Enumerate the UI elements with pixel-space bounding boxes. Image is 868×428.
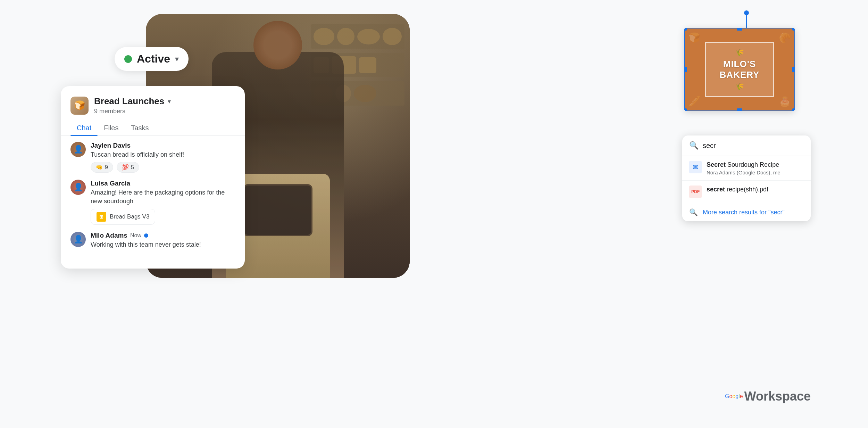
reaction-fist[interactable]: 🤜 9: [91, 162, 113, 173]
reaction-hundred[interactable]: 💯 5: [117, 162, 139, 173]
chat-dropdown-icon[interactable]: ▾: [168, 98, 171, 105]
more-results-label: More search results for "secr": [703, 209, 785, 216]
tab-chat[interactable]: Chat: [70, 121, 98, 135]
workspace-label: Workspace: [744, 389, 811, 404]
search-input[interactable]: secr: [703, 142, 804, 150]
bakery-logo-image: 🍞 🥐 🥖 🎂 🌾 MILO'S BAKERY 🌾: [684, 28, 795, 111]
bakery-logo-inner: 🌾 MILO'S BAKERY 🌾: [705, 42, 774, 97]
search-input-row: 🔍 secr: [682, 135, 811, 156]
message-content-luisa: Luisa Garcia Amazing! Here are the packa…: [91, 180, 235, 224]
selection-handle-tm[interactable]: [737, 28, 742, 31]
chat-messages-list: 👤 Jaylen Davis Tuscan bread is officiall…: [61, 138, 245, 260]
bakery-deco-1: 🍞: [688, 32, 700, 43]
message-content-jaylen: Jaylen Davis Tuscan bread is officially …: [91, 142, 235, 173]
google-g: G: [725, 393, 729, 399]
bread-icon: 🍞: [74, 100, 85, 111]
chat-title-row: Bread Launches ▾: [94, 96, 235, 107]
active-status-pill[interactable]: Active ▾: [115, 47, 189, 71]
bakery-wheat-icon-bottom: 🌾: [735, 82, 744, 91]
reaction-count-hundred: 5: [131, 164, 134, 171]
msg-name-jaylen: Jaylen Davis: [91, 142, 235, 149]
active-status-dot: [124, 55, 132, 63]
message-content-milo: Milo Adams Now Working with this team ne…: [91, 232, 235, 249]
selection-handle-bm[interactable]: [737, 108, 742, 111]
chat-avatar: 🍞: [70, 97, 89, 115]
search-results-list: ✉ Secret Sourdough Recipe Nora Adams (Go…: [682, 156, 811, 221]
file-icon-spreadsheet: ⊞: [97, 212, 106, 222]
message-milo: 👤 Milo Adams Now Working with this team …: [70, 232, 235, 249]
selection-handle-tl[interactable]: [684, 28, 687, 31]
avatar-luisa: 👤: [70, 180, 86, 195]
active-status-label: Active: [137, 52, 170, 65]
reaction-emoji-fist: 🤜: [96, 164, 103, 171]
active-chevron-icon: ▾: [175, 55, 179, 64]
email-result-icon: ✉: [689, 161, 702, 173]
msg-timestamp-milo: Now: [130, 232, 141, 239]
result-content-2: secret recipe(shh).pdf: [707, 186, 804, 194]
search-result-pdf[interactable]: PDF secret recipe(shh).pdf: [682, 181, 811, 203]
reaction-emoji-hundred: 💯: [122, 164, 129, 171]
msg-text-jaylen: Tuscan bread is officially on shelf!: [91, 150, 235, 159]
avatar-milo: 👤: [70, 232, 86, 247]
bakery-logo-card[interactable]: 🍞 🥐 🥖 🎂 🌾 MILO'S BAKERY 🌾: [684, 28, 809, 122]
reaction-count-fist: 9: [105, 164, 108, 171]
tab-tasks[interactable]: Tasks: [125, 121, 155, 135]
selection-handle-top-line: [746, 13, 747, 28]
selection-handle-tr[interactable]: [792, 28, 795, 31]
selection-handle-bl[interactable]: [684, 108, 687, 111]
msg-text-milo: Working with this team never gets stale!: [91, 240, 235, 249]
chat-members-count: 9 members: [94, 108, 235, 115]
google-g2: g: [735, 393, 738, 399]
msg-reactions-jaylen: 🤜 9 💯 5: [91, 162, 235, 173]
google-logo-text: Google: [725, 393, 743, 400]
msg-text-luisa: Amazing! Here are the packaging options …: [91, 188, 235, 206]
search-result-email[interactable]: ✉ Secret Sourdough Recipe Nora Adams (Go…: [682, 156, 811, 181]
selection-handle-mr[interactable]: [792, 67, 795, 72]
google-o1: o: [729, 393, 732, 399]
more-results-item[interactable]: 🔍 More search results for "secr": [682, 203, 811, 221]
result-title-2: secret recipe(shh).pdf: [707, 186, 804, 194]
more-results-search-icon: 🔍: [689, 208, 698, 216]
message-jaylen: 👤 Jaylen Davis Tuscan bread is officiall…: [70, 142, 235, 173]
chat-header-info: Bread Launches ▾ 9 members: [94, 96, 235, 115]
selection-handle-ml[interactable]: [684, 67, 687, 72]
bakery-deco-4: 🎂: [779, 96, 791, 107]
bakery-name-text: MILO'S BAKERY: [720, 59, 760, 80]
result-subtitle-1: Nora Adams (Google Docs), me: [707, 170, 804, 175]
file-attachment-bread-bags[interactable]: ⊞ Bread Bags V3: [91, 209, 155, 225]
msg-name-milo: Milo Adams Now: [91, 232, 235, 239]
chat-title-label: Bread Launches: [94, 96, 164, 107]
google-e: e: [740, 393, 743, 399]
avatar-jaylen: 👤: [70, 142, 86, 157]
file-attachment-name: Bread Bags V3: [110, 213, 149, 220]
msg-name-luisa: Luisa Garcia: [91, 180, 235, 187]
selection-handle-br[interactable]: [792, 108, 795, 111]
google-o2: o: [732, 393, 735, 399]
search-icon: 🔍: [689, 141, 699, 150]
chat-panel: 🍞 Bread Launches ▾ 9 members Chat Files …: [61, 86, 245, 269]
result-content-1: Secret Sourdough Recipe Nora Adams (Goog…: [707, 161, 804, 175]
chat-header: 🍞 Bread Launches ▾ 9 members: [61, 96, 245, 121]
message-luisa: 👤 Luisa Garcia Amazing! Here are the pac…: [70, 180, 235, 224]
chat-tabs: Chat Files Tasks: [61, 121, 245, 136]
search-panel: 🔍 secr ✉ Secret Sourdough Recipe Nora Ad…: [682, 135, 811, 221]
pdf-result-icon: PDF: [689, 186, 702, 198]
result-title-1: Secret Sourdough Recipe: [707, 161, 804, 169]
online-indicator-milo: [144, 233, 148, 238]
tab-files[interactable]: Files: [98, 121, 125, 135]
google-workspace-logo: Google Workspace: [725, 389, 811, 404]
bakery-wheat-icon-top: 🌾: [735, 48, 744, 57]
bakery-deco-2: 🥐: [779, 32, 791, 43]
bakery-deco-3: 🥖: [688, 96, 700, 107]
